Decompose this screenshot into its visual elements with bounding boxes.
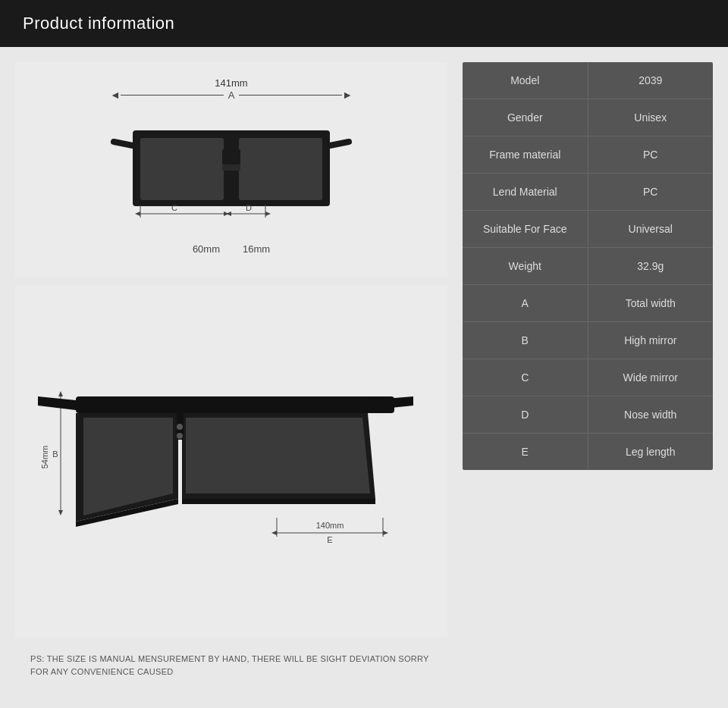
spec-value: Total width	[588, 285, 714, 321]
spec-value: Leg length	[588, 434, 714, 470]
svg-marker-36	[383, 531, 388, 535]
spec-label: Model	[463, 62, 588, 99]
spec-value: PC	[588, 174, 714, 210]
svg-text:140mm: 140mm	[316, 521, 344, 530]
spec-value: Unisex	[588, 99, 714, 136]
spec-label: Weight	[463, 248, 588, 284]
spec-label: Suitable For Face	[463, 211, 588, 247]
spec-row: Frame materialPC	[463, 136, 713, 174]
spec-value: PC	[588, 136, 714, 173]
svg-marker-18	[58, 391, 63, 396]
dim-c-value: 60mm	[193, 243, 220, 255]
spec-label: Frame material	[463, 136, 588, 173]
spec-row: DNose width	[463, 396, 713, 434]
ps-note: PS: THE SIZE IS MANUAL MENSUREMENT BY HA…	[15, 645, 447, 687]
svg-marker-26	[186, 418, 370, 493]
spec-label: E	[463, 434, 588, 470]
dim-a-letter: A	[228, 89, 235, 101]
svg-rect-22	[76, 396, 394, 413]
spec-value: 32.9g	[588, 248, 714, 284]
svg-point-33	[177, 433, 183, 439]
svg-text:C: C	[171, 203, 177, 212]
spec-label: C	[463, 359, 588, 396]
svg-rect-1	[140, 138, 224, 200]
svg-rect-6	[222, 164, 240, 171]
svg-text:B: B	[52, 450, 58, 459]
spec-label: Gender	[463, 99, 588, 136]
specs-table: Model2039GenderUnisexFrame materialPCLen…	[463, 62, 713, 470]
spec-value: 2039	[588, 62, 714, 99]
svg-marker-19	[58, 510, 63, 515]
top-diagram: 141mm ◄ A ►	[15, 62, 447, 277]
spec-row: Lend MaterialPC	[463, 174, 713, 211]
sunglasses-top-diagram: C D	[110, 108, 353, 229]
page-header: Product information	[0, 0, 728, 47]
svg-line-4	[114, 142, 133, 146]
spec-label: D	[463, 396, 588, 433]
spec-row: CWide mirror	[463, 359, 713, 396]
spec-row: GenderUnisex	[463, 99, 713, 136]
svg-text:E: E	[327, 535, 332, 544]
svg-marker-28	[38, 396, 76, 410]
dim-d-value: 16mm	[243, 243, 270, 255]
spec-value: Universal	[588, 211, 714, 247]
svg-text:54mm: 54mm	[40, 446, 49, 469]
spec-label: Lend Material	[463, 174, 588, 210]
svg-marker-12	[226, 211, 231, 216]
spec-value: Wide mirror	[588, 359, 714, 396]
svg-line-5	[330, 142, 349, 146]
svg-rect-3	[222, 149, 240, 164]
svg-marker-8	[135, 211, 140, 216]
svg-rect-2	[239, 138, 322, 200]
spec-row: Suitable For FaceUniversal	[463, 211, 713, 248]
svg-point-32	[177, 424, 183, 430]
spec-label: B	[463, 322, 588, 359]
spec-row: Model2039	[463, 62, 713, 99]
page-title: Product information	[23, 14, 174, 33]
svg-marker-13	[265, 211, 271, 216]
svg-marker-31	[182, 499, 375, 504]
svg-text:D: D	[246, 203, 252, 212]
spec-row: ELeg length	[463, 434, 713, 470]
main-content: 141mm ◄ A ►	[0, 47, 728, 702]
left-panel: 141mm ◄ A ►	[15, 62, 447, 687]
bottom-diagram: B 54mm	[15, 285, 447, 638]
spec-label: A	[463, 285, 588, 321]
spec-row: Weight32.9g	[463, 248, 713, 285]
spec-row: BHigh mirror	[463, 322, 713, 359]
spec-row: ATotal width	[463, 285, 713, 322]
svg-marker-35	[271, 531, 277, 535]
spec-value: Nose width	[588, 396, 714, 433]
bottom-dims: 60mm 16mm	[193, 243, 270, 255]
dim-141mm-label: 141mm	[215, 77, 247, 89]
spec-value: High mirror	[588, 322, 714, 359]
